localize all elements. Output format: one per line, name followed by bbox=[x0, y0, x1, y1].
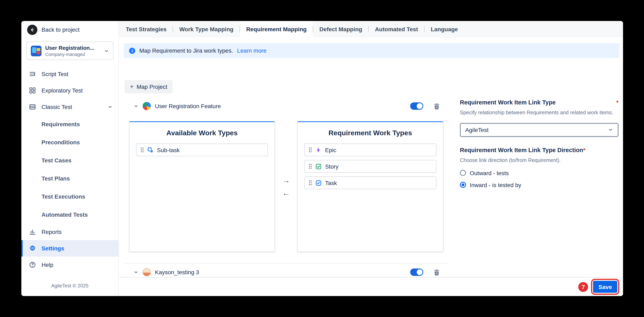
map-project-label: Map Project bbox=[137, 84, 167, 90]
sidebar-item-test-plans[interactable]: Test Plans bbox=[21, 169, 118, 187]
panel-title: Available Work Types bbox=[130, 122, 274, 144]
sidebar-nav: Script Test Exploratory Test Classic Tes… bbox=[21, 66, 118, 279]
radio-icon[interactable] bbox=[460, 170, 466, 176]
radio-checked-icon[interactable] bbox=[460, 182, 466, 188]
project-section-header: User Registration Feature bbox=[124, 97, 448, 115]
enable-toggle[interactable] bbox=[410, 102, 423, 110]
drag-handle-icon[interactable] bbox=[140, 147, 144, 153]
chevron-down-icon[interactable] bbox=[108, 104, 112, 109]
info-icon: i bbox=[129, 48, 135, 54]
sidebar: Back to project User Registration... Com… bbox=[21, 21, 119, 296]
learn-more-link[interactable]: Learn more bbox=[237, 47, 266, 54]
subtask-icon bbox=[148, 147, 153, 153]
drag-handle-icon[interactable] bbox=[309, 180, 312, 185]
tab-label: Test Strategies bbox=[126, 26, 167, 33]
sidebar-item-help[interactable]: Help bbox=[21, 256, 118, 273]
enable-toggle[interactable] bbox=[410, 268, 423, 276]
move-left-arrow-icon[interactable]: ← bbox=[282, 189, 290, 197]
project-name: User Registration... bbox=[45, 45, 100, 51]
sidebar-sub-label: Test Plans bbox=[42, 175, 70, 182]
sidebar-item-preconditions[interactable]: Preconditions bbox=[21, 133, 118, 151]
sidebar-item-reports[interactable]: Reports bbox=[21, 224, 118, 240]
radio-outward-tests[interactable]: Outward - tests bbox=[460, 170, 618, 176]
tab-requirement-mapping[interactable]: Requirement Mapping bbox=[240, 21, 313, 38]
section-controls bbox=[410, 102, 440, 110]
epic-icon bbox=[316, 147, 322, 153]
link-type-label: Requirement Work Item Link Type bbox=[460, 99, 556, 106]
story-icon bbox=[316, 163, 322, 169]
radio-label: Inward - is tested by bbox=[470, 182, 521, 188]
sidebar-item-classic-test[interactable]: Classic Test bbox=[21, 99, 118, 115]
sidebar-item-label: Reports bbox=[42, 229, 62, 235]
radio-inward-is-tested-by[interactable]: Inward - is tested by bbox=[460, 182, 618, 188]
sidebar-item-exploratory-test[interactable]: Exploratory Test bbox=[21, 82, 118, 99]
save-button[interactable]: Save bbox=[593, 281, 617, 293]
required-asterisk: * bbox=[583, 147, 586, 153]
drag-handle-icon[interactable] bbox=[309, 164, 312, 169]
required-asterisk: * bbox=[616, 99, 618, 106]
panel-title: Requirement Work Types bbox=[298, 122, 443, 144]
reports-icon bbox=[29, 229, 36, 235]
tab-work-type-mapping[interactable]: Work Type Mapping bbox=[173, 21, 240, 38]
settings-tabs: Test Strategies Work Type Mapping Requir… bbox=[119, 21, 623, 38]
collapse-chevron-icon[interactable] bbox=[134, 270, 138, 275]
sidebar-sub-label: Test Cases bbox=[42, 157, 72, 164]
project-section-title: User Registration Feature bbox=[155, 103, 221, 109]
drag-handle-icon[interactable] bbox=[309, 147, 312, 153]
work-type-item-subtask[interactable]: Sub-task bbox=[136, 144, 268, 156]
annotation-step-badge: 7 bbox=[578, 282, 588, 292]
work-type-item-epic[interactable]: Epic bbox=[304, 144, 436, 156]
gear-icon: ⚙ bbox=[29, 245, 36, 252]
move-right-arrow-icon[interactable]: → bbox=[282, 176, 290, 184]
script-test-icon bbox=[29, 71, 36, 77]
tab-label: Defect Mapping bbox=[319, 26, 362, 33]
action-footer: 7 Save bbox=[119, 277, 623, 296]
link-type-panel: Requirement Work Item Link Type * Specif… bbox=[460, 99, 618, 188]
project-avatar bbox=[142, 268, 151, 276]
sidebar-item-script-test[interactable]: Script Test bbox=[21, 66, 118, 82]
sidebar-item-label: Script Test bbox=[42, 71, 68, 77]
banner-text: Map Requirement to Jira work types. bbox=[139, 47, 233, 54]
link-type-help: Specify relationship between Requirement… bbox=[460, 109, 618, 117]
link-type-select[interactable]: AgileTest bbox=[460, 123, 618, 137]
trash-icon[interactable] bbox=[433, 103, 440, 110]
mapped-projects: User Registration Feature Available Work… bbox=[124, 97, 448, 281]
project-selector[interactable]: User Registration... Company-managed bbox=[26, 42, 114, 60]
project-avatar bbox=[142, 102, 151, 110]
chevron-down-icon bbox=[104, 48, 109, 53]
direction-help: Choose link direction (to/from Requireme… bbox=[460, 157, 618, 164]
project-avatar-icon bbox=[31, 46, 42, 56]
back-to-project-button[interactable]: Back to project bbox=[21, 21, 118, 38]
trash-icon[interactable] bbox=[433, 269, 440, 276]
sidebar-item-test-executions[interactable]: Test Executions bbox=[21, 187, 118, 206]
sidebar-item-label: Help bbox=[42, 261, 54, 268]
back-label: Back to project bbox=[42, 26, 80, 33]
desktop-background: Back to project User Registration... Com… bbox=[0, 0, 644, 317]
collapse-chevron-icon[interactable] bbox=[134, 104, 138, 109]
back-arrow-icon[interactable] bbox=[27, 25, 38, 35]
available-work-types-panel: Available Work Types Sub-task bbox=[129, 121, 275, 252]
section-controls bbox=[410, 268, 440, 276]
plus-icon: + bbox=[130, 83, 134, 91]
tab-defect-mapping[interactable]: Defect Mapping bbox=[313, 21, 368, 38]
sidebar-sub-label: Requirements bbox=[42, 121, 80, 127]
sidebar-sub-label: Preconditions bbox=[42, 139, 80, 146]
tab-test-strategies[interactable]: Test Strategies bbox=[120, 21, 173, 38]
tab-language[interactable]: Language bbox=[424, 21, 464, 38]
map-project-button[interactable]: + Map Project bbox=[124, 80, 172, 93]
tab-automated-test[interactable]: Automated Test bbox=[369, 21, 424, 38]
link-type-label-row: Requirement Work Item Link Type * bbox=[460, 99, 618, 106]
sidebar-item-test-cases[interactable]: Test Cases bbox=[21, 151, 118, 169]
work-type-label: Story bbox=[325, 163, 338, 170]
work-type-item-story[interactable]: Story bbox=[304, 160, 436, 173]
work-type-item-task[interactable]: Task bbox=[304, 176, 436, 189]
sidebar-item-automated-tests[interactable]: Automated Tests bbox=[21, 206, 118, 224]
exploratory-test-icon bbox=[29, 87, 36, 94]
sidebar-item-requirements[interactable]: Requirements bbox=[21, 115, 118, 133]
project-meta: User Registration... Company-managed bbox=[45, 45, 100, 57]
direction-label-text: Requirement Work Item Link Type Directio… bbox=[460, 147, 583, 153]
help-icon bbox=[29, 261, 36, 268]
sidebar-item-settings[interactable]: ⚙ Settings bbox=[21, 240, 118, 256]
annotation-highlight-ring: Save bbox=[591, 279, 619, 295]
tab-label: Automated Test bbox=[375, 26, 418, 33]
